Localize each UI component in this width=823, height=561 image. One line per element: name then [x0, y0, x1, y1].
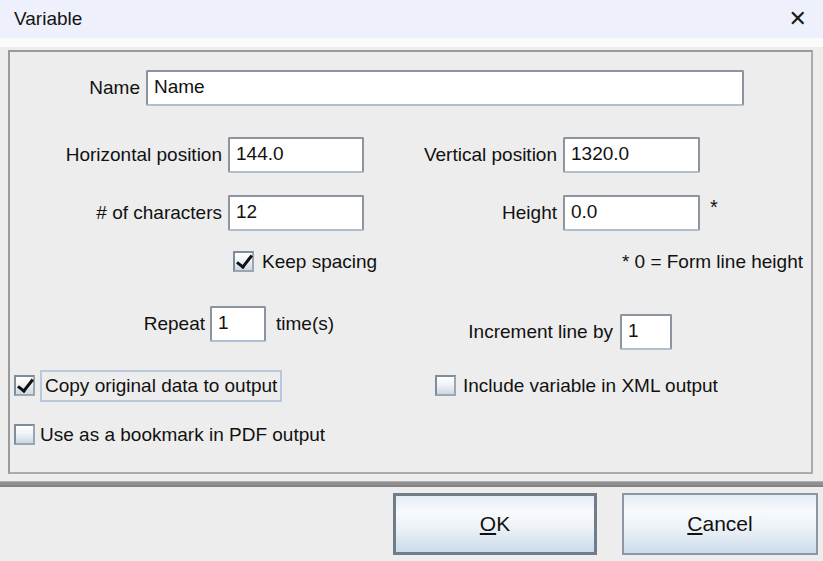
- checkmark-icon: [17, 375, 34, 393]
- close-icon[interactable]: ✕: [789, 0, 807, 38]
- title-bar: Variable ✕: [0, 0, 823, 38]
- repeat-suffix-label: time(s): [276, 306, 334, 342]
- height-input[interactable]: [563, 195, 700, 231]
- pdf-bookmark-checkbox[interactable]: [14, 424, 35, 445]
- num-characters-label: # of characters: [10, 195, 222, 231]
- variable-dialog: Variable ✕ Name Horizontal position Vert…: [0, 0, 823, 561]
- increment-line-by-input[interactable]: [620, 314, 672, 350]
- window-title: Variable: [14, 0, 82, 38]
- height-asterisk-marker: *: [710, 192, 734, 222]
- checkmark-icon: [236, 251, 253, 269]
- form-line-height-note: * 0 = Form line height: [622, 248, 803, 276]
- titlebar-divider: [0, 38, 823, 47]
- height-label: Height: [340, 195, 557, 231]
- name-label: Name: [10, 70, 140, 106]
- copy-original-label[interactable]: Copy original data to output: [40, 370, 282, 402]
- keep-spacing-label[interactable]: Keep spacing: [262, 248, 377, 276]
- include-xml-checkbox[interactable]: [435, 375, 456, 396]
- vertical-position-input[interactable]: [563, 137, 700, 173]
- copy-original-checkbox[interactable]: [14, 375, 35, 396]
- pdf-bookmark-label[interactable]: Use as a bookmark in PDF output: [40, 421, 325, 449]
- form-panel: Name Horizontal position Vertical positi…: [8, 50, 813, 474]
- name-input[interactable]: [146, 70, 744, 106]
- button-separator: [0, 481, 823, 487]
- increment-line-by-label: Increment line by: [400, 314, 613, 350]
- ok-button[interactable]: OK: [393, 493, 597, 555]
- repeat-label: Repeat: [10, 306, 205, 342]
- include-xml-label[interactable]: Include variable in XML output: [463, 372, 718, 400]
- vertical-position-label: Vertical position: [340, 137, 557, 173]
- repeat-input[interactable]: [210, 306, 266, 342]
- cancel-button[interactable]: Cancel: [622, 493, 818, 555]
- keep-spacing-checkbox[interactable]: [233, 251, 254, 272]
- horizontal-position-label: Horizontal position: [10, 137, 222, 173]
